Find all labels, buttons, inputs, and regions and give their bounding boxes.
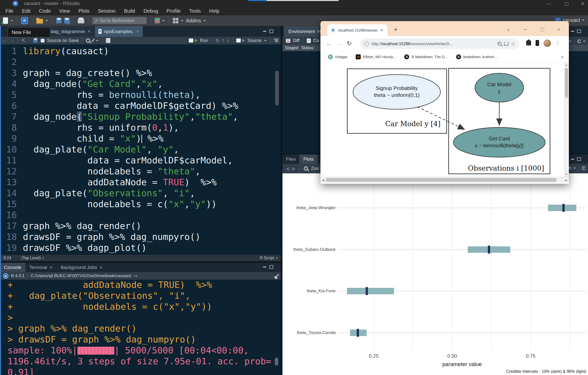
source-icon[interactable]	[236, 38, 241, 42]
find-replace-icon[interactable]	[86, 38, 90, 43]
back-icon[interactable]: ←	[2, 38, 7, 43]
clear-console-icon[interactable]	[275, 274, 279, 278]
menu-session[interactable]: Session	[98, 8, 116, 14]
console-pane-buttons[interactable]	[263, 265, 273, 269]
maximize-icon[interactable]: ▢	[564, 1, 569, 6]
save-file-icon[interactable]	[33, 38, 38, 43]
maximize-pane-icon[interactable]	[577, 157, 581, 161]
goto-directory-icon[interactable]: ↪	[134, 273, 137, 279]
tab-close-icon[interactable]: ✕	[87, 29, 91, 34]
open-file-icon[interactable]	[36, 19, 43, 24]
goto-file-function-input[interactable]: ➚ Go to file/function	[92, 17, 147, 24]
menu-file[interactable]: File	[5, 8, 13, 14]
browser-minimize-ic[interactable]	[524, 29, 527, 30]
browser-menu-icon[interactable]: ⋮	[555, 40, 560, 46]
browser-reload-icon[interactable]: ↻	[347, 40, 352, 47]
tab-close-icon[interactable]: ✕	[99, 265, 103, 270]
editor-scrollbar[interactable]	[275, 71, 279, 106]
refresh-icon[interactable]: C	[578, 38, 581, 44]
forward-icon[interactable]: →	[10, 38, 14, 43]
run-icon[interactable]	[189, 38, 193, 42]
code-editor[interactable]: 1library(causact)23graph = dag_create() …	[0, 44, 281, 255]
git-refresh-controls[interactable]: C	[569, 38, 586, 44]
menu-profile[interactable]: Profile	[167, 8, 181, 14]
diff-button[interactable]: Diff	[293, 38, 300, 43]
open-file-caret-icon[interactable]	[45, 20, 48, 23]
source-button[interactable]: Source	[247, 38, 262, 43]
browser-back-icon[interactable]: ←	[326, 40, 332, 47]
save-all-icon[interactable]	[64, 18, 70, 23]
extensions-icon[interactable]	[526, 40, 531, 45]
scope-indicator[interactable]: (Top Level) ⇅	[21, 256, 44, 260]
code-tools-caret-icon[interactable]	[96, 40, 98, 42]
pane-layout-icon[interactable]	[173, 18, 178, 23]
popout-icon[interactable]: ⇱	[22, 38, 26, 43]
tab-close-icon[interactable]: ✕	[49, 265, 53, 270]
share-icon[interactable]	[504, 42, 508, 46]
tab-search-chevron-icon[interactable]: ∨	[507, 27, 510, 32]
previous-plot-icon[interactable]: ◀	[285, 166, 289, 171]
menu-build[interactable]: Build	[124, 8, 135, 14]
minimize-pane-icon[interactable]	[571, 159, 574, 160]
minimize-pane-icon[interactable]	[263, 31, 266, 32]
save-icon[interactable]	[56, 18, 62, 23]
browser-close-icon[interactable]: ✕	[557, 27, 560, 32]
tab-close-icon[interactable]: ✕	[380, 28, 383, 33]
minimize-icon[interactable]: —	[547, 1, 551, 6]
diff-icon[interactable]	[286, 39, 290, 43]
version-control-icon[interactable]	[155, 18, 160, 23]
commit-button[interactable]: Co	[313, 38, 319, 43]
pane-layout-caret-icon[interactable]	[181, 20, 183, 23]
console-tab-background-jobs[interactable]: Background Jobs✕	[57, 263, 107, 272]
menu-view[interactable]: View	[59, 8, 70, 14]
maximize-pane-icon[interactable]	[269, 265, 273, 269]
bookmark-star-icon[interactable]: ☆	[511, 41, 515, 47]
code-tools-icon[interactable]	[91, 39, 95, 42]
commit-icon[interactable]	[307, 38, 311, 43]
site-info-icon[interactable]: i	[364, 41, 369, 46]
tab-close-icon[interactable]: ✕	[136, 29, 139, 34]
browser-maximize-icon[interactable]	[541, 28, 544, 31]
tab-files[interactable]: Files	[282, 154, 299, 164]
tab-plots[interactable]: Plots	[299, 154, 318, 164]
source-caret-icon[interactable]	[264, 40, 267, 42]
bookmarks-overflow-icon[interactable]: »	[561, 54, 563, 60]
source-on-save-checkbox[interactable]	[41, 39, 44, 42]
menu-help[interactable]: Help	[209, 8, 219, 14]
zoom-label[interactable]: Zoo	[311, 166, 319, 171]
compile-report-icon[interactable]	[106, 38, 110, 43]
bookmark-item[interactable]: SR Markdown: The D...	[404, 54, 448, 59]
maximize-pane-icon[interactable]	[577, 30, 581, 33]
console-tab-terminal[interactable]: Terminal✕	[25, 263, 57, 272]
browser-horizontal-scrollbar[interactable]: ◀ ▶	[320, 177, 569, 183]
console-tab-console[interactable]: Console	[0, 263, 25, 272]
new-project-icon[interactable]: R	[21, 17, 28, 24]
run-next-icon[interactable]: ↓	[227, 38, 229, 43]
menu-code[interactable]: Code	[39, 8, 51, 14]
new-tab-icon[interactable]: +	[394, 27, 397, 33]
minimize-pane-icon[interactable]	[571, 31, 574, 32]
menu-edit[interactable]: Edit	[22, 8, 30, 14]
refresh-icon[interactable]: C	[582, 165, 586, 171]
run-button[interactable]: Run	[200, 38, 208, 43]
document-outline-icon[interactable]	[274, 39, 278, 42]
bookmark-item[interactable]: Sbookdown: Authori...	[456, 54, 497, 59]
file-type-selector[interactable]: R Script	[260, 256, 274, 260]
menu-tools[interactable]: Tools	[189, 8, 201, 14]
next-plot-icon[interactable]: ▶	[292, 166, 296, 171]
zoom-plot-icon[interactable]	[304, 166, 308, 171]
print-icon[interactable]	[78, 19, 84, 23]
address-bar[interactable]: i http://localhost:15296/session/viewhtm…	[360, 38, 519, 49]
version-control-caret-icon[interactable]	[162, 20, 165, 23]
bookmark-item[interactable]: ∗chatgpt	[328, 54, 347, 59]
menu-debug[interactable]: Debug	[144, 8, 158, 14]
editor-pane-buttons[interactable]	[263, 30, 273, 33]
console-scrollbar[interactable]	[275, 358, 278, 366]
minimize-pane-icon[interactable]	[263, 266, 266, 267]
extension-icon[interactable]	[536, 40, 539, 46]
close-icon[interactable]: ✕	[581, 1, 585, 6]
run-previous-icon[interactable]: ↑	[222, 38, 224, 43]
rerun-icon[interactable]: ↻	[215, 38, 219, 43]
profile-avatar[interactable]	[544, 39, 551, 47]
new-file-caret-icon[interactable]	[10, 20, 13, 23]
